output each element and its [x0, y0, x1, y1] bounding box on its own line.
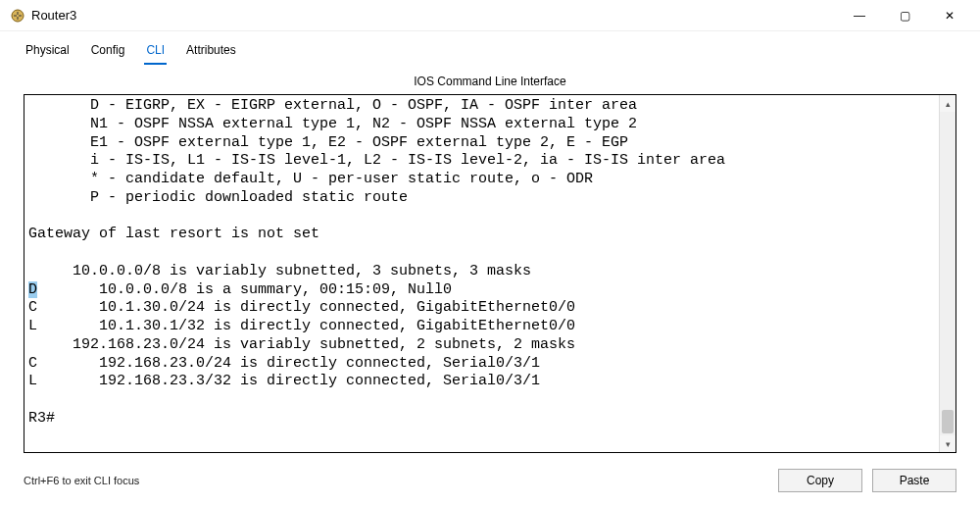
paste-button[interactable]: Paste [872, 469, 956, 492]
terminal-container: D - EIGRP, EX - EIGRP external, O - OSPF… [24, 94, 956, 453]
maximize-button[interactable]: ▢ [882, 1, 927, 30]
scroll-track[interactable] [940, 112, 956, 435]
titlebar: Router3 — ▢ ✕ [0, 0, 980, 31]
minimize-button[interactable]: — [837, 1, 882, 30]
scroll-up-button[interactable]: ▴ [940, 95, 956, 112]
cli-panel-title: IOS Command Line Interface [0, 71, 980, 92]
close-button[interactable]: ✕ [927, 1, 972, 30]
window-title: Router3 [31, 8, 76, 23]
tab-config[interactable]: Config [89, 41, 127, 65]
terminal-scrollbar[interactable]: ▴ ▾ [939, 95, 956, 452]
scroll-down-button[interactable]: ▾ [940, 435, 956, 452]
router-icon [10, 8, 25, 24]
tab-physical[interactable]: Physical [24, 41, 72, 65]
tabbar: Physical Config CLI Attributes [0, 31, 980, 65]
footer: Ctrl+F6 to exit CLI focus Copy Paste [0, 461, 980, 506]
app-window: Router3 — ▢ ✕ Physical Config CLI Attrib… [0, 0, 980, 506]
selected-char: D [28, 281, 37, 298]
cli-terminal[interactable]: D - EIGRP, EX - EIGRP external, O - OSPF… [24, 95, 939, 452]
tab-cli[interactable]: CLI [144, 41, 167, 65]
svg-point-0 [12, 10, 24, 22]
cli-focus-hint: Ctrl+F6 to exit CLI focus [24, 475, 768, 486]
scroll-thumb[interactable] [942, 410, 954, 433]
tab-attributes[interactable]: Attributes [184, 41, 238, 65]
copy-button[interactable]: Copy [778, 469, 862, 492]
